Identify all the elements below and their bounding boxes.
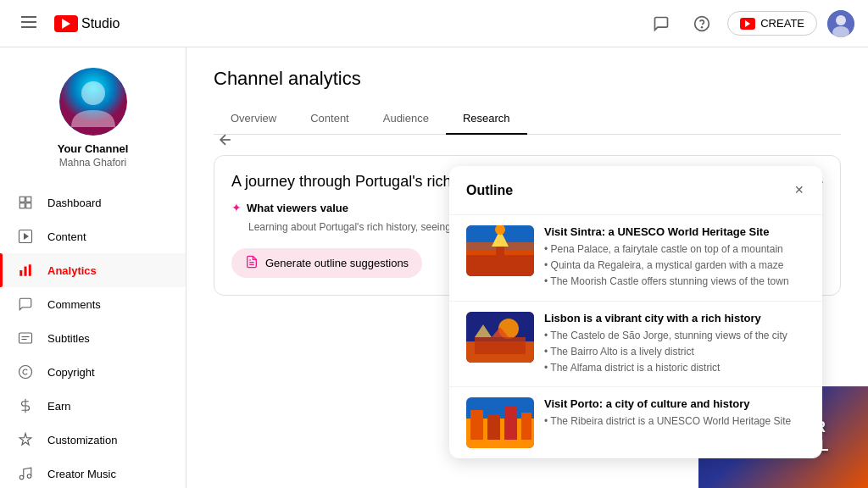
page-title: Channel analytics bbox=[214, 68, 841, 90]
sidebar-item-label: Content bbox=[47, 230, 86, 243]
lisbon-content: Lisbon is a vibrant city with a rich his… bbox=[544, 312, 805, 377]
outline-modal: Outline × Visit Sintra: a UNESCO bbox=[449, 166, 822, 458]
header-right: CREATE bbox=[646, 8, 854, 39]
porto-content: Visit Porto: a city of culture and histo… bbox=[544, 397, 805, 448]
svg-point-26 bbox=[27, 474, 31, 479]
svg-rect-20 bbox=[19, 333, 32, 343]
outline-header: Outline × bbox=[449, 166, 822, 214]
outline-item-sintra: Visit Sintra: a UNESCO World Heritage Si… bbox=[449, 214, 822, 301]
sintra-bullet-1: Pena Palace, a fairytale castle on top o… bbox=[544, 241, 805, 258]
viewers-value-title: What viewers value bbox=[247, 202, 348, 214]
sidebar-item-label: Customization bbox=[47, 434, 117, 446]
lisbon-bullet-2: The Bairro Alto is a lively district bbox=[544, 344, 805, 360]
dashboard-icon bbox=[17, 194, 34, 211]
svg-rect-2 bbox=[21, 26, 36, 28]
lisbon-bullet-3: The Alfama district is a historic distri… bbox=[544, 360, 805, 376]
sidebar-item-comments[interactable]: Comments bbox=[0, 287, 186, 321]
channel-handle: Mahna Ghafori bbox=[59, 157, 126, 169]
lisbon-title: Lisbon is a vibrant city with a rich his… bbox=[544, 312, 805, 324]
content-icon bbox=[17, 228, 34, 245]
svg-rect-14 bbox=[26, 203, 31, 208]
svg-rect-45 bbox=[504, 406, 517, 440]
sidebar-item-label: Comments bbox=[47, 298, 101, 311]
svg-rect-38 bbox=[475, 337, 526, 354]
sidebar-item-copyright[interactable]: Copyright bbox=[0, 355, 186, 389]
hamburger-icon bbox=[21, 14, 36, 32]
sidebar-item-label: Copyright bbox=[47, 366, 95, 379]
svg-rect-46 bbox=[521, 413, 531, 440]
sidebar-item-analytics[interactable]: Analytics bbox=[0, 253, 186, 287]
content-area: Channel analytics Overview Content Audie… bbox=[186, 47, 868, 488]
svg-point-10 bbox=[81, 81, 105, 105]
porto-thumbnail bbox=[466, 397, 534, 448]
svg-point-23 bbox=[19, 366, 32, 379]
header: Studio CREATE bbox=[0, 0, 868, 47]
studio-text: Studio bbox=[81, 16, 120, 31]
sintra-bullet-2: Quinta da Regaleira, a mystical garden w… bbox=[544, 258, 805, 274]
close-outline-button[interactable]: × bbox=[793, 180, 805, 201]
sintra-content: Visit Sintra: a UNESCO World Heritage Si… bbox=[544, 225, 805, 291]
porto-bullet-1: The Ribeira district is a UNESCO World H… bbox=[544, 413, 805, 430]
sidebar-item-label: Earn bbox=[47, 400, 70, 413]
sidebar-item-content[interactable]: Content bbox=[0, 219, 186, 253]
create-btn-icon bbox=[740, 18, 755, 30]
svg-rect-43 bbox=[470, 410, 483, 440]
copyright-icon bbox=[17, 363, 34, 380]
svg-rect-1 bbox=[21, 21, 36, 23]
youtube-studio-logo: Studio bbox=[54, 15, 120, 32]
channel-name: Your Channel bbox=[58, 142, 129, 155]
earn-icon bbox=[17, 397, 34, 414]
sidebar: Your Channel Mahna Ghafori Dashboard Con… bbox=[0, 47, 186, 488]
svg-rect-13 bbox=[19, 203, 25, 208]
sidebar-item-earn[interactable]: Earn bbox=[0, 389, 186, 423]
svg-point-6 bbox=[836, 15, 846, 25]
svg-rect-12 bbox=[26, 197, 31, 202]
lisbon-thumbnail bbox=[466, 312, 534, 363]
messages-button[interactable] bbox=[646, 8, 676, 39]
porto-title: Visit Porto: a city of culture and histo… bbox=[544, 397, 805, 410]
create-label: CREATE bbox=[760, 17, 804, 30]
svg-marker-16 bbox=[25, 234, 29, 239]
sidebar-item-dashboard[interactable]: Dashboard bbox=[0, 186, 186, 219]
outline-item-lisbon: Lisbon is a vibrant city with a rich his… bbox=[449, 301, 822, 387]
svg-rect-17 bbox=[19, 270, 22, 276]
avatar[interactable] bbox=[827, 10, 854, 37]
outline-item-porto: Visit Porto: a city of culture and histo… bbox=[449, 386, 822, 458]
yt-icon bbox=[54, 15, 78, 32]
sidebar-item-customization[interactable]: Customization bbox=[0, 423, 186, 457]
channel-info: Your Channel Mahna Ghafori bbox=[0, 54, 186, 186]
svg-rect-18 bbox=[25, 267, 27, 276]
back-button[interactable] bbox=[214, 128, 237, 156]
sidebar-item-label: Dashboard bbox=[47, 197, 102, 209]
svg-rect-11 bbox=[19, 197, 25, 202]
sidebar-item-label: Analytics bbox=[47, 264, 97, 277]
comments-icon bbox=[17, 296, 34, 313]
svg-rect-33 bbox=[496, 247, 504, 259]
create-button[interactable]: CREATE bbox=[727, 11, 817, 36]
generate-outline-button[interactable]: Generate outline suggestions bbox=[231, 248, 422, 278]
tab-research[interactable]: Research bbox=[446, 103, 527, 135]
sidebar-item-creator-music[interactable]: Creator Music bbox=[0, 457, 186, 488]
generate-btn-label: Generate outline suggestions bbox=[265, 257, 409, 269]
sintra-title: Visit Sintra: a UNESCO World Heritage Si… bbox=[544, 225, 805, 238]
main-container: Your Channel Mahna Ghafori Dashboard Con… bbox=[0, 47, 868, 488]
sidebar-item-label: Subtitles bbox=[47, 332, 90, 345]
channel-avatar[interactable] bbox=[59, 68, 127, 136]
customization-icon bbox=[17, 431, 34, 448]
tabs: Overview Content Audience Research bbox=[214, 103, 841, 135]
header-left: Studio bbox=[14, 8, 120, 39]
menu-button[interactable] bbox=[14, 8, 44, 39]
outline-title: Outline bbox=[466, 183, 513, 198]
tab-content[interactable]: Content bbox=[293, 103, 366, 135]
subtitles-icon bbox=[17, 330, 34, 347]
svg-rect-19 bbox=[29, 264, 31, 276]
svg-point-25 bbox=[19, 475, 24, 480]
diamond-icon: ✦ bbox=[231, 201, 242, 214]
sidebar-item-label: Creator Music bbox=[47, 468, 116, 480]
help-button[interactable] bbox=[687, 8, 717, 39]
creator-music-icon bbox=[17, 465, 34, 482]
sidebar-item-subtitles[interactable]: Subtitles bbox=[0, 321, 186, 355]
svg-rect-0 bbox=[21, 16, 36, 18]
tab-audience[interactable]: Audience bbox=[366, 103, 446, 135]
lisbon-bullet-1: The Castelo de São Jorge, stunning views… bbox=[544, 328, 805, 344]
